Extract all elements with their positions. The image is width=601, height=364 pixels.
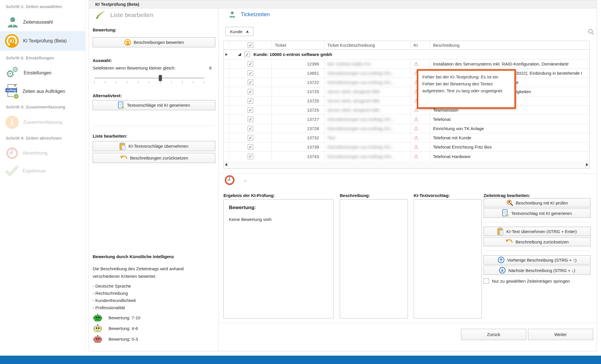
table-row[interactable]: ✓ 13728 Dienstleistungen aus Auftrag 201…: [224, 124, 589, 133]
beschreibung-text: Einrichtung von TK Anlage: [430, 124, 589, 133]
beschreibung-zuruecksetzen-button[interactable]: Beschreibung zurücksetzen: [484, 237, 591, 246]
row-checkbox[interactable]: ✓: [248, 144, 253, 150]
group-by-label: Kunde: [230, 29, 242, 34]
document-add-icon: [502, 209, 509, 217]
beschreibung-textarea[interactable]: [340, 199, 408, 318]
beschreibung-mit-ki-pruefen-button[interactable]: Beschreibung mit KI prüfen: [484, 198, 591, 207]
kurzbeschreibung-blurred: Server steht, dringend Hilfe: [327, 89, 380, 94]
naechste-beschreibung-button[interactable]: Nächste Beschreibung (STRG + ↓): [484, 266, 591, 275]
jump-checkbox-row[interactable]: ✓ Nur zu gewählten Zeiteinträgen springe…: [484, 278, 570, 284]
table-row[interactable]: ✓ 13727 Dienstleistungen aus Auftrag 201…: [224, 115, 589, 124]
collapse-group-icon[interactable]: [238, 53, 241, 56]
group-checkbox[interactable]: ✓: [244, 52, 250, 57]
sidebar-item-abrechnung[interactable]: Abrechnung: [0, 144, 85, 162]
legend-item-bad: Bewertung: 0-3: [93, 335, 138, 343]
ergebnis-box: Bewertung: Keine Bewertung vorh: [223, 199, 333, 318]
gears-icon: ⚙ ⚙: [6, 66, 20, 80]
row-checkbox[interactable]: ✓: [248, 80, 253, 85]
group-by-kunde-button[interactable]: Kunde: [225, 27, 253, 36]
table-row[interactable]: ✓ 13725 Server steht, dringend Hilfe ⚠: [224, 96, 589, 106]
ticket-number: 13722: [272, 78, 324, 87]
group-row[interactable]: ✓ Kunde: 10000 c-entron software gmbh: [224, 50, 589, 59]
sidebar-item-zeiten-aus-auftraegen[interactable]: Auftrag + Zeiten aus Aufträgen: [0, 82, 85, 101]
search-icon[interactable]: [588, 29, 595, 35]
divider: [484, 222, 591, 222]
textvorschlaege-generieren-button[interactable]: Textvorschläge mit KI generieren: [93, 100, 215, 110]
threshold-slider-track[interactable]: [94, 78, 204, 78]
sidebar-item-zeitenauswahl[interactable]: Zeitenauswahl: [0, 13, 85, 31]
info-icon: i: [5, 115, 19, 129]
table-row[interactable]: ✓ 13722 Dienstleistungen aus Auftrag 201…: [224, 78, 589, 87]
ki-warning-icon: ⚠: [414, 61, 419, 67]
threshold-slider-thumb[interactable]: [159, 75, 162, 81]
beschreibung-text: Installation des Serversystems inkl. RAI…: [430, 59, 589, 68]
button-label: Weiter: [554, 332, 567, 337]
ki-warning-icon: ⚠: [414, 144, 419, 150]
clock-icon: [6, 147, 18, 160]
row-checkbox[interactable]: ✓: [248, 61, 253, 67]
column-header-kurzbeschreibung[interactable]: Ticket Kurzbeschreibung: [324, 41, 411, 49]
table-row[interactable]: ✓ 13732 Test ⚠ Telefonat mit Kunde: [224, 133, 589, 142]
beschreibung-text: Telefonat Hardware: [430, 152, 589, 161]
column-header-ki[interactable]: KI: [411, 41, 430, 49]
row-checkbox[interactable]: ✓: [248, 70, 253, 76]
kurzbeschreibung-blurred: Akt: Outlook Addin Pro: [327, 61, 371, 66]
row-checkbox[interactable]: ✓: [248, 89, 253, 94]
app-window: Schritt 1: Zeiten auswählen Zeitenauswah…: [0, 0, 601, 364]
sidebar-item-ki-textpruefung[interactable]: KI KI Textprüfung (Beta): [0, 31, 85, 51]
row-checkbox[interactable]: ✓: [248, 107, 253, 113]
ki-textvorschlaege-uebernehmen-button[interactable]: KI-Textvorschläge übernehmen: [93, 141, 215, 151]
sidebar-item-ergebnisse[interactable]: Ergebnisse: [0, 162, 85, 180]
column-header-ticket[interactable]: Ticket: [272, 41, 324, 49]
status-bar: [0, 356, 601, 364]
table-row[interactable]: ✓ 13725 Server steht, dringend Hilfe ⚠ i…: [224, 87, 589, 96]
ticket-number: 13725: [272, 87, 324, 96]
arrow-down-circle-icon: [499, 267, 506, 274]
kurzbeschreibung-blurred: Dienstleistungen aus Auftrag 201...: [327, 145, 395, 149]
beschreibung-label: Beschreibung:: [340, 193, 370, 198]
legend-item-good: Bewertung: 7-10: [93, 314, 140, 322]
auftrag-document-icon: Auftrag +: [6, 84, 18, 99]
table-row[interactable]: ✓ 13651 Dienstleistungen aus Auftrag 201…: [224, 69, 589, 78]
wizard-sidebar: Schritt 1: Zeiten auswählen Zeitenauswah…: [0, 0, 85, 351]
column-header-beschreibung[interactable]: Beschreibung: [430, 41, 589, 49]
row-checkbox[interactable]: ✓: [248, 154, 253, 159]
criteria-list: - Deutsche Sprache - Rechtschreibung - K…: [93, 282, 136, 311]
vorherige-beschreibung-button[interactable]: Vorherige Beschreibung (STRG + ↑): [484, 255, 591, 264]
table-row[interactable]: ✓ 13725 Server steht, dringend Hilfe ⚠ T…: [224, 106, 589, 115]
row-checkbox[interactable]: ✓: [248, 126, 253, 131]
button-label: Beschreibung zurücksetzen: [516, 239, 569, 244]
ki-text-uebernehmen-button[interactable]: KI-Text übernehmen (STRG + Enter): [484, 227, 591, 236]
beschreibung-text: Telefonat: [430, 115, 589, 124]
back-button[interactable]: Zurück: [461, 329, 526, 340]
liste-bearbeiten-label: Liste bearbeiten:: [93, 134, 127, 138]
select-all-checkbox[interactable]: ✓: [248, 42, 253, 48]
sidebar-item-zusammenfassung[interactable]: i Zusammenfassung: [0, 113, 85, 132]
textvorschlag-mit-ki-generieren-button[interactable]: Textvorschlag mit KI generieren: [484, 209, 591, 218]
ergebnis-label: Ergebnis der KI-Prüfung:: [223, 193, 275, 198]
table-row[interactable]: ✓ 12399 Akt: Outlook Addin Pro ⚠ Install…: [224, 59, 589, 69]
alternativtext-label: Alternativtext:: [93, 93, 122, 98]
person-icon: [6, 16, 19, 29]
step2-header: Schritt 2: Einstellungen: [6, 55, 54, 60]
horizontal-scrollbar[interactable]: [224, 161, 589, 168]
row-checkbox[interactable]: ✓: [248, 98, 253, 104]
ki-textvorschlag-textarea[interactable]: [414, 199, 482, 318]
table-row[interactable]: ✓ 13743 Dienstleistungen aus Auftrag 204…: [224, 152, 589, 161]
ticket-number: 12399: [272, 59, 324, 68]
row-checkbox[interactable]: ✓: [248, 135, 253, 140]
scroll-right-icon[interactable]: [586, 163, 588, 166]
beschreibungen-zuruecksetzen-button[interactable]: Beschreibungen zurücksetzen: [93, 153, 215, 163]
step3-header: Schritt 3: Zusammenfassung: [6, 104, 65, 109]
row-checkbox[interactable]: ✓: [248, 117, 253, 122]
scroll-left-icon[interactable]: [225, 163, 227, 166]
next-button[interactable]: Weiter: [528, 329, 593, 340]
sidebar-item-einstellungen[interactable]: ⚙ ⚙ Einstellungen: [0, 64, 85, 82]
ticket-number: 13725: [272, 96, 324, 105]
jump-checkbox[interactable]: ✓: [484, 278, 489, 284]
time-entry-clock-icon: [224, 175, 235, 185]
beschreibungen-bewerten-button[interactable]: KI Beschreibungen bewerten: [93, 37, 215, 47]
table-row[interactable]: ✓ 13739 Dienstleistungen aus Auftrag 201…: [224, 142, 589, 152]
person-icon: [228, 11, 236, 18]
robot-neutral-icon: [93, 324, 102, 332]
